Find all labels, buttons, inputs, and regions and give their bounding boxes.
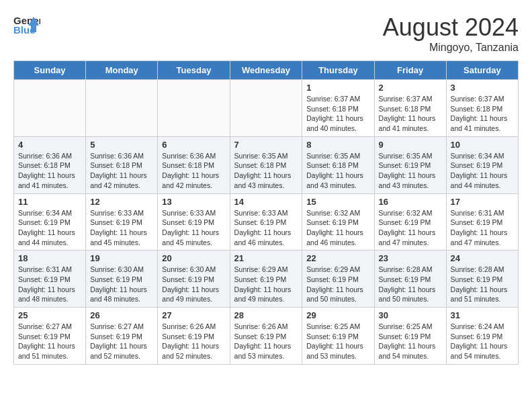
day-number: 29 — [306, 310, 369, 320]
calendar-day-cell: 23Sunrise: 6:28 AM Sunset: 6:19 PM Dayli… — [374, 250, 446, 308]
day-info: Sunrise: 6:34 AM Sunset: 6:19 PM Dayligh… — [18, 208, 81, 248]
calendar-day-cell: 4Sunrise: 6:36 AM Sunset: 6:18 PM Daylig… — [14, 136, 86, 193]
calendar-day-cell: 30Sunrise: 6:25 AM Sunset: 6:19 PM Dayli… — [374, 308, 446, 365]
day-number: 25 — [18, 310, 81, 320]
weekday-header-cell: Thursday — [302, 61, 374, 80]
calendar-day-cell: 2Sunrise: 6:37 AM Sunset: 6:18 PM Daylig… — [374, 80, 446, 137]
calendar-day-cell — [86, 80, 158, 137]
day-info: Sunrise: 6:24 AM Sunset: 6:19 PM Dayligh… — [451, 322, 514, 361]
day-number: 11 — [18, 197, 81, 207]
day-number: 7 — [234, 140, 298, 150]
calendar-day-cell: 18Sunrise: 6:31 AM Sunset: 6:19 PM Dayli… — [14, 250, 86, 308]
day-info: Sunrise: 6:35 AM Sunset: 6:19 PM Dayligh… — [379, 151, 442, 191]
day-number: 31 — [451, 310, 514, 320]
calendar-day-cell — [230, 80, 302, 137]
day-info: Sunrise: 6:30 AM Sunset: 6:19 PM Dayligh… — [90, 265, 153, 304]
calendar-day-cell — [158, 80, 230, 137]
day-number: 27 — [162, 310, 225, 320]
calendar-body: 1Sunrise: 6:37 AM Sunset: 6:18 PM Daylig… — [14, 80, 519, 365]
month-title: August 2024 — [383, 13, 519, 42]
calendar-day-cell: 6Sunrise: 6:36 AM Sunset: 6:18 PM Daylig… — [158, 136, 230, 193]
day-info: Sunrise: 6:29 AM Sunset: 6:19 PM Dayligh… — [306, 265, 369, 304]
calendar: SundayMondayTuesdayWednesdayThursdayFrid… — [13, 60, 519, 365]
day-number: 16 — [379, 197, 442, 207]
weekday-header-cell: Sunday — [14, 61, 86, 80]
calendar-week-row: 18Sunrise: 6:31 AM Sunset: 6:19 PM Dayli… — [14, 250, 519, 308]
day-info: Sunrise: 6:33 AM Sunset: 6:19 PM Dayligh… — [162, 208, 225, 248]
weekday-header-cell: Friday — [374, 61, 446, 80]
day-info: Sunrise: 6:28 AM Sunset: 6:19 PM Dayligh… — [451, 265, 514, 304]
day-info: Sunrise: 6:26 AM Sunset: 6:19 PM Dayligh… — [162, 322, 225, 361]
day-number: 13 — [162, 197, 225, 207]
day-info: Sunrise: 6:32 AM Sunset: 6:19 PM Dayligh… — [306, 208, 369, 248]
logo-icon: General Blue — [13, 13, 40, 37]
weekday-header-row: SundayMondayTuesdayWednesdayThursdayFrid… — [14, 61, 519, 80]
day-info: Sunrise: 6:25 AM Sunset: 6:19 PM Dayligh… — [306, 322, 369, 361]
day-info: Sunrise: 6:35 AM Sunset: 6:18 PM Dayligh… — [234, 151, 298, 191]
day-number: 17 — [451, 197, 514, 207]
calendar-day-cell: 8Sunrise: 6:35 AM Sunset: 6:18 PM Daylig… — [302, 136, 374, 193]
day-info: Sunrise: 6:26 AM Sunset: 6:19 PM Dayligh… — [234, 322, 298, 361]
calendar-day-cell: 24Sunrise: 6:28 AM Sunset: 6:19 PM Dayli… — [446, 250, 518, 308]
day-info: Sunrise: 6:36 AM Sunset: 6:18 PM Dayligh… — [18, 151, 81, 191]
weekday-header-cell: Monday — [86, 61, 158, 80]
day-info: Sunrise: 6:27 AM Sunset: 6:19 PM Dayligh… — [90, 322, 153, 361]
day-info: Sunrise: 6:30 AM Sunset: 6:19 PM Dayligh… — [162, 265, 225, 304]
calendar-week-row: 11Sunrise: 6:34 AM Sunset: 6:19 PM Dayli… — [14, 193, 519, 250]
day-number: 5 — [90, 140, 153, 150]
day-info: Sunrise: 6:29 AM Sunset: 6:19 PM Dayligh… — [234, 265, 298, 304]
day-number: 18 — [18, 253, 81, 263]
calendar-day-cell: 28Sunrise: 6:26 AM Sunset: 6:19 PM Dayli… — [230, 308, 302, 365]
day-number: 4 — [18, 140, 81, 150]
location: Mingoyo, Tanzania — [383, 42, 519, 54]
day-number: 10 — [451, 140, 514, 150]
day-info: Sunrise: 6:37 AM Sunset: 6:18 PM Dayligh… — [306, 94, 369, 134]
page-header: General Blue August 2024 Mingoyo, Tanzan… — [13, 13, 519, 54]
calendar-day-cell: 25Sunrise: 6:27 AM Sunset: 6:19 PM Dayli… — [14, 308, 86, 365]
day-info: Sunrise: 6:36 AM Sunset: 6:18 PM Dayligh… — [90, 151, 153, 191]
calendar-day-cell: 27Sunrise: 6:26 AM Sunset: 6:19 PM Dayli… — [158, 308, 230, 365]
calendar-day-cell: 12Sunrise: 6:33 AM Sunset: 6:19 PM Dayli… — [86, 193, 158, 250]
day-info: Sunrise: 6:28 AM Sunset: 6:19 PM Dayligh… — [379, 265, 442, 304]
calendar-day-cell: 1Sunrise: 6:37 AM Sunset: 6:18 PM Daylig… — [302, 80, 374, 137]
calendar-day-cell: 16Sunrise: 6:32 AM Sunset: 6:19 PM Dayli… — [374, 193, 446, 250]
title-area: August 2024 Mingoyo, Tanzania — [383, 13, 519, 54]
weekday-header-cell: Saturday — [446, 61, 518, 80]
day-number: 6 — [162, 140, 225, 150]
calendar-day-cell: 21Sunrise: 6:29 AM Sunset: 6:19 PM Dayli… — [230, 250, 302, 308]
logo: General Blue — [13, 13, 43, 37]
weekday-header-cell: Tuesday — [158, 61, 230, 80]
calendar-day-cell: 13Sunrise: 6:33 AM Sunset: 6:19 PM Dayli… — [158, 193, 230, 250]
day-number: 2 — [379, 83, 442, 93]
day-number: 14 — [234, 197, 298, 207]
calendar-day-cell: 15Sunrise: 6:32 AM Sunset: 6:19 PM Dayli… — [302, 193, 374, 250]
calendar-day-cell: 19Sunrise: 6:30 AM Sunset: 6:19 PM Dayli… — [86, 250, 158, 308]
calendar-week-row: 4Sunrise: 6:36 AM Sunset: 6:18 PM Daylig… — [14, 136, 519, 193]
day-info: Sunrise: 6:34 AM Sunset: 6:19 PM Dayligh… — [451, 151, 514, 191]
weekday-header-cell: Wednesday — [230, 61, 302, 80]
day-number: 9 — [379, 140, 442, 150]
day-info: Sunrise: 6:35 AM Sunset: 6:18 PM Dayligh… — [306, 151, 369, 191]
calendar-day-cell: 31Sunrise: 6:24 AM Sunset: 6:19 PM Dayli… — [446, 308, 518, 365]
day-info: Sunrise: 6:32 AM Sunset: 6:19 PM Dayligh… — [379, 208, 442, 248]
calendar-day-cell: 26Sunrise: 6:27 AM Sunset: 6:19 PM Dayli… — [86, 308, 158, 365]
calendar-day-cell: 20Sunrise: 6:30 AM Sunset: 6:19 PM Dayli… — [158, 250, 230, 308]
calendar-week-row: 25Sunrise: 6:27 AM Sunset: 6:19 PM Dayli… — [14, 308, 519, 365]
calendar-day-cell — [14, 80, 86, 137]
calendar-day-cell: 9Sunrise: 6:35 AM Sunset: 6:19 PM Daylig… — [374, 136, 446, 193]
day-number: 8 — [306, 140, 369, 150]
day-number: 26 — [90, 310, 153, 320]
calendar-day-cell: 7Sunrise: 6:35 AM Sunset: 6:18 PM Daylig… — [230, 136, 302, 193]
calendar-day-cell: 11Sunrise: 6:34 AM Sunset: 6:19 PM Dayli… — [14, 193, 86, 250]
day-number: 15 — [306, 197, 369, 207]
calendar-day-cell: 14Sunrise: 6:33 AM Sunset: 6:19 PM Dayli… — [230, 193, 302, 250]
day-number: 1 — [306, 83, 369, 93]
day-number: 30 — [379, 310, 442, 320]
day-number: 22 — [306, 253, 369, 263]
day-info: Sunrise: 6:31 AM Sunset: 6:19 PM Dayligh… — [18, 265, 81, 304]
day-number: 20 — [162, 253, 225, 263]
day-info: Sunrise: 6:37 AM Sunset: 6:18 PM Dayligh… — [379, 94, 442, 134]
day-number: 3 — [451, 83, 514, 93]
calendar-day-cell: 5Sunrise: 6:36 AM Sunset: 6:18 PM Daylig… — [86, 136, 158, 193]
day-number: 19 — [90, 253, 153, 263]
